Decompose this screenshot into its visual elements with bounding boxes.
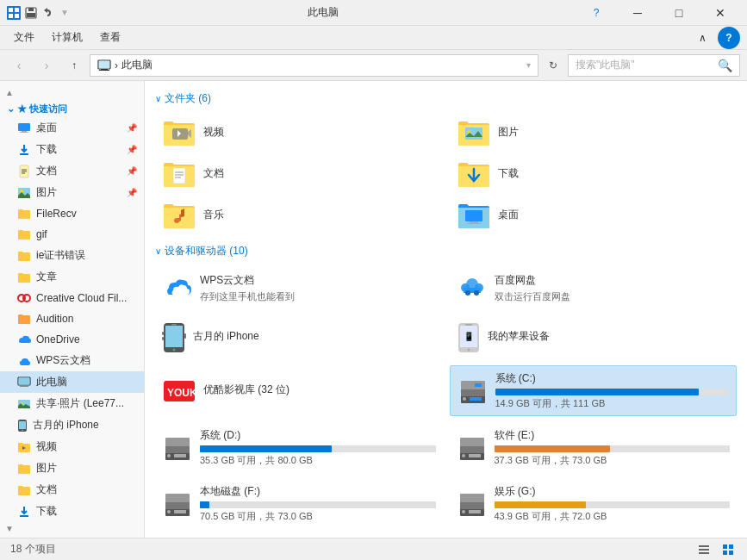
minimize-btn[interactable]: ─ [618,0,657,26]
quick-access-text: ★ 快速访问 [17,103,67,114]
view-btn-icons[interactable] [719,541,737,558]
svg-rect-27 [19,377,30,384]
drive-e[interactable]: 软件 (E:) 37.3 GB 可用，共 73.0 GB [450,423,738,472]
sidebar-item-filerecv[interactable]: FileRecv [0,203,144,224]
svg-rect-72 [475,383,482,387]
sidebar-item-gif[interactable]: gif [0,224,144,245]
drive-c[interactable]: 系统 (C:) 14.9 GB 可用，共 111 GB [450,365,738,416]
svg-rect-36 [20,515,28,517]
sidebar-label-onedrive: OneDrive [36,333,80,345]
devices-header-text: 设备和驱动器 (10) [165,244,248,258]
sidebar-item-iphone[interactable]: 古月的 iPhone [0,414,144,436]
svg-rect-61 [184,333,186,339]
svg-rect-94 [469,510,481,513]
svg-point-57 [173,349,176,352]
drive-f[interactable]: 本地磁盘 (F:) 70.5 GB 可用，共 73.0 GB [155,479,443,528]
drive-d-size: 35.3 GB 可用，共 80.0 GB [200,454,436,467]
sidebar-item-picture[interactable]: 图片 [0,457,144,479]
svg-rect-99 [729,544,733,549]
wps-cloud-icon-sidebar [17,354,31,368]
svg-rect-42 [173,168,185,184]
refresh-btn[interactable]: ↻ [542,54,564,77]
sidebar-item-wps[interactable]: WPS云文档 [0,350,144,371]
drive-c-name: 系统 (C:) [495,371,730,386]
save-icon[interactable] [24,6,38,20]
baidu-cloud-icon [457,272,488,303]
forward-btn[interactable]: › [34,53,59,78]
sidebar-quick-access-label[interactable]: ⌄ ★ 快速访问 [0,99,144,117]
sidebar-item-audition[interactable]: Audition [0,308,144,329]
menu-file[interactable]: 文件 [7,27,41,48]
sidebar-label-documents: 文档 [36,164,57,178]
device-apple[interactable]: 📱 我的苹果设备 [450,315,738,360]
drive-f-bar-bg [200,501,436,508]
folder-item-video[interactable]: 视频 [155,113,443,151]
status-right [695,541,737,558]
pin-icon-documents: 📌 [127,166,137,176]
addr-dropdown[interactable]: ▾ [526,60,531,70]
sidebar-item-articles[interactable]: 文章 [0,266,144,288]
sidebar-label-iphone: 古月的 iPhone [33,418,99,432]
sidebar-item-ie-error[interactable]: ie证书错误 [0,245,144,266]
help-btn[interactable]: ? [576,0,616,26]
svg-point-93 [462,510,465,513]
device-youku[interactable]: YOUKU 优酷影视库 (32 位) [155,365,443,416]
app-icon [7,6,21,20]
sidebar-label-docs2: 文档 [36,482,57,497]
folder-item-pictures[interactable]: 图片 [450,113,738,151]
sidebar-scroll-up[interactable]: ▲ [0,84,144,99]
sidebar-item-pictures[interactable]: 图片 📌 [0,182,144,203]
device-wps-cloud[interactable]: WPS云文档 存到这里手机也能看到 [155,265,443,310]
maximize-btn[interactable]: □ [659,0,699,26]
devices-section-header[interactable]: ∨ 设备和驱动器 (10) [155,244,737,258]
sidebar-item-downloads2[interactable]: 下载 [0,501,144,522]
svg-rect-64 [465,324,472,326]
folder-item-desktop[interactable]: 桌面 [450,196,738,233]
close-btn[interactable]: ✕ [700,0,740,26]
drive-g[interactable]: 娱乐 (G:) 43.9 GB 可用，共 72.0 GB [450,479,738,528]
icons-view-icon [721,543,735,557]
back-btn[interactable]: ‹ [7,53,31,78]
view-btn-details[interactable] [695,541,713,558]
up-btn[interactable]: ↑ [62,53,86,78]
wps-cloud-subtitle: 存到这里手机也能看到 [200,290,436,303]
devices-grid: WPS云文档 存到这里手机也能看到 百度网盘 双击运行百度网盘 [155,265,737,416]
svg-rect-11 [99,70,109,71]
sidebar-item-cc[interactable]: Creative Cloud Fil... [0,288,144,308]
ribbon-collapse[interactable]: ∧ [690,26,714,50]
undo-icon[interactable] [41,6,55,20]
drive-e-icon [457,432,488,464]
svg-rect-29 [20,386,28,387]
sidebar-item-docs2[interactable]: 文档 [0,479,144,501]
folder-ie-icon [17,249,31,263]
menu-view[interactable]: 查看 [93,27,128,48]
device-baidu[interactable]: 百度网盘 双击运行百度网盘 [450,265,738,310]
folder-item-documents[interactable]: 文档 [155,154,443,192]
svg-text:📱: 📱 [464,331,475,342]
folder-item-downloads-main[interactable]: 下载 [450,154,738,192]
download-icon [17,143,31,157]
pin-icon-downloads: 📌 [127,145,137,154]
sidebar-item-video[interactable]: 视频 [0,436,144,457]
help-circle[interactable]: ? [718,27,740,49]
item-count: 18 个项目 [10,542,56,557]
drive-d[interactable]: 系统 (D:) 35.3 GB 可用，共 80.0 GB [155,423,443,472]
drive-f-info: 本地磁盘 (F:) 70.5 GB 可用，共 73.0 GB [200,484,436,523]
svg-rect-15 [20,132,28,133]
sidebar-item-documents[interactable]: 文档 📌 [0,160,144,182]
sidebar-item-onedrive[interactable]: OneDrive [0,329,144,350]
device-iphone[interactable]: 古月的 iPhone [155,315,443,360]
folders-section-header[interactable]: ∨ 文件夹 (6) [155,91,737,106]
sidebar-scroll-down[interactable]: ▼ [0,522,144,537]
menu-computer[interactable]: 计算机 [45,27,90,48]
drives-grid-2: 系统 (D:) 35.3 GB 可用，共 80.0 GB [155,423,737,472]
search-bar[interactable]: 搜索"此电脑" 🔍 [568,54,740,77]
sidebar-item-downloads[interactable]: 下载 📌 [0,139,144,160]
sidebar-item-desktop[interactable]: 桌面 📌 [0,117,144,139]
sidebar-item-thispc[interactable]: 此电脑 [0,371,144,393]
address-bar[interactable]: › 此电脑 ▾ [90,54,538,77]
folder-item-music[interactable]: 音乐 [155,196,443,233]
sidebar-item-shared-photos[interactable]: 共享·照片 (Lee77... [0,393,144,414]
folder-picture-icon-sidebar [17,462,31,476]
sidebar: ▲ ⌄ ★ 快速访问 桌面 📌 下载 📌 [0,81,145,538]
